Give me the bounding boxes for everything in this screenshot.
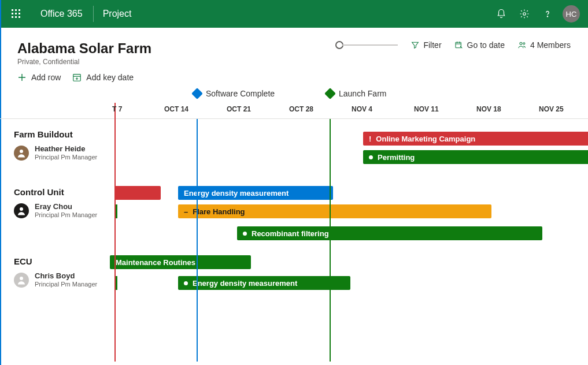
svg-point-10 xyxy=(547,16,548,17)
notifications-button[interactable] xyxy=(490,0,513,28)
suite-bar: Office 365 Project HC xyxy=(0,0,588,28)
goto-date-icon xyxy=(454,40,464,50)
goto-date-label: Go to date xyxy=(467,40,505,50)
svg-point-9 xyxy=(523,13,526,16)
plus-icon xyxy=(17,73,27,82)
calendar-plus-icon xyxy=(72,73,82,82)
milestone[interactable]: Launch Farm xyxy=(326,89,386,98)
roadmap: Software CompleteLaunch Farm T 7OCT 14OC… xyxy=(0,89,588,364)
alert-icon: ! xyxy=(369,135,371,143)
milestone[interactable]: Software Complete xyxy=(193,89,275,98)
owner-role: Principal Pm Manager xyxy=(35,281,97,288)
title-block: Alabama Solar Farm Private, Confidential xyxy=(17,40,151,66)
members-label: 4 Members xyxy=(530,40,571,50)
milestone-line xyxy=(330,119,331,362)
task-bar[interactable]: !Online Marketing Campaign xyxy=(363,132,588,146)
task-bar-label: Flare Handling xyxy=(193,207,245,216)
header-tools: Filter Go to date 4 Members xyxy=(335,40,571,50)
app-launcher-button[interactable] xyxy=(2,0,30,28)
app-name[interactable]: Project xyxy=(94,9,141,19)
task-bar-label: Recombinant filtering xyxy=(252,229,329,238)
zoom-slider[interactable] xyxy=(335,41,398,49)
owner-name: Chris Boyd xyxy=(35,272,97,281)
owner-avatar xyxy=(14,146,29,161)
today-line xyxy=(114,119,116,362)
timeline-tick: NOV 18 xyxy=(476,105,501,113)
svg-rect-0 xyxy=(12,9,13,11)
milestone-row: Software CompleteLaunch Farm xyxy=(110,89,588,103)
svg-point-17 xyxy=(20,277,23,280)
suite-brand[interactable]: Office 365 xyxy=(30,0,93,28)
task-bar[interactable]: Maintenance Routines xyxy=(110,255,251,269)
task-bar[interactable]: Recombinant filtering xyxy=(237,226,542,240)
members-icon xyxy=(517,40,527,50)
task-bar[interactable]: Energy density measurement xyxy=(178,186,333,200)
filter-button[interactable]: Filter xyxy=(411,40,441,50)
timeline-tick: NOV 4 xyxy=(352,105,372,113)
task-bar[interactable]: –Flare Handling xyxy=(178,204,491,218)
svg-point-16 xyxy=(20,207,23,211)
timeline-tick: NOV 11 xyxy=(414,105,439,113)
timeline-tick: OCT 28 xyxy=(289,105,313,113)
edge-marker xyxy=(116,276,117,290)
swimlane: Control UnitEray ChouPrincipal Pm Manage… xyxy=(0,177,588,246)
status-dot-icon xyxy=(243,232,247,236)
svg-rect-7 xyxy=(15,16,17,18)
track-area[interactable]: Farm BuildoutHeather HeidePrincipal Pm M… xyxy=(0,119,588,362)
goto-date-button[interactable]: Go to date xyxy=(454,40,505,50)
swimlane: ECUChris BoydPrincipal Pm ManagerMainten… xyxy=(0,246,588,304)
svg-rect-2 xyxy=(19,9,20,11)
project-meta: Private, Confidential xyxy=(17,58,151,66)
svg-rect-6 xyxy=(12,16,13,18)
help-icon xyxy=(542,9,553,19)
swimlane-header: ECU xyxy=(0,256,588,270)
status-dot-icon xyxy=(369,155,373,159)
filter-label: Filter xyxy=(423,40,441,50)
milestone-label: Software Complete xyxy=(206,89,275,98)
task-bar[interactable]: Energy density measurement xyxy=(178,276,350,290)
timeline-tick: T 7 xyxy=(112,105,122,113)
timeline-labels: T 7OCT 14OCT 21OCT 28NOV 4NOV 11NOV 18NO… xyxy=(110,103,588,118)
add-row-button[interactable]: Add row xyxy=(17,73,61,82)
task-bar[interactable]: Permitting xyxy=(363,150,588,164)
owner-role: Principal Pm Manager xyxy=(35,154,97,161)
timeline-ruler: T 7OCT 14OCT 21OCT 28NOV 4NOV 11NOV 18NO… xyxy=(0,103,588,119)
owner-avatar xyxy=(14,273,29,288)
filter-icon xyxy=(411,40,420,50)
owner-text: Chris BoydPrincipal Pm Manager xyxy=(35,272,97,288)
milestone-label: Launch Farm xyxy=(339,89,386,98)
owner-avatar xyxy=(14,203,29,218)
page-header: Alabama Solar Farm Private, Confidential… xyxy=(0,28,588,70)
add-row-label: Add row xyxy=(31,73,61,82)
dash-icon: – xyxy=(184,207,188,216)
task-bar-label: Permitting xyxy=(378,153,415,162)
settings-button[interactable] xyxy=(513,0,536,28)
milestone-diamond-icon xyxy=(324,88,336,99)
svg-rect-3 xyxy=(12,13,13,14)
task-bar-label: Online Marketing Campaign xyxy=(376,135,475,143)
project-title: Alabama Solar Farm xyxy=(17,40,151,57)
svg-point-12 xyxy=(520,42,522,44)
edge-marker xyxy=(116,204,117,218)
milestone-line xyxy=(197,119,198,362)
timeline-tick: OCT 21 xyxy=(227,105,251,113)
zoom-track[interactable] xyxy=(342,44,398,46)
swimlane-title: ECU xyxy=(14,256,588,266)
user-avatar[interactable]: HC xyxy=(563,5,580,23)
status-dot-icon xyxy=(184,281,188,285)
add-key-date-button[interactable]: Add key date xyxy=(72,73,134,82)
gear-icon xyxy=(519,9,530,19)
svg-rect-8 xyxy=(19,16,20,18)
owner-name: Heather Heide xyxy=(35,145,97,154)
owner-text: Eray ChouPrincipal Pm Manager xyxy=(35,203,97,219)
bell-icon xyxy=(496,9,506,19)
task-bar[interactable] xyxy=(114,186,161,200)
svg-rect-4 xyxy=(15,13,17,14)
members-button[interactable]: 4 Members xyxy=(517,40,571,50)
svg-rect-1 xyxy=(15,9,17,11)
task-bar-label: Maintenance Routines xyxy=(116,258,195,267)
help-button[interactable] xyxy=(536,0,559,28)
task-bar-label: Energy density measurement xyxy=(184,189,289,198)
svg-rect-5 xyxy=(19,13,20,14)
action-bar: Add row Add key date xyxy=(0,70,588,89)
